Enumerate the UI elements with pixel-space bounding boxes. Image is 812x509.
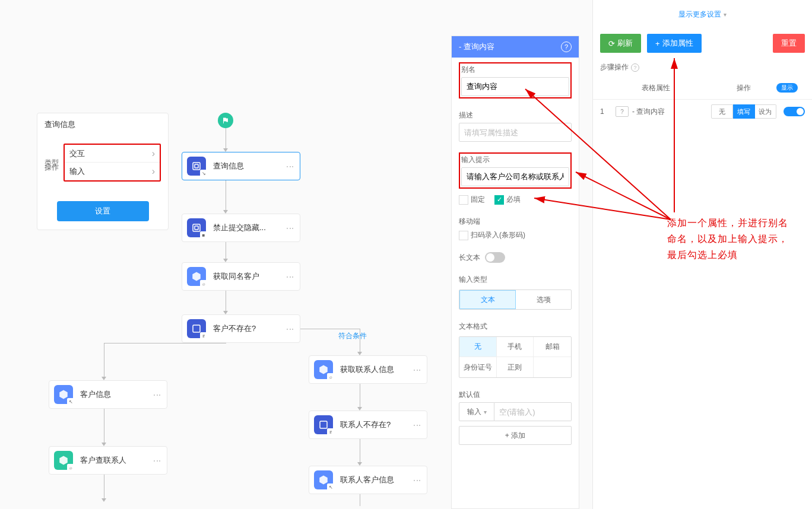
default-type-select[interactable]: 输入▾ [459, 402, 494, 421]
if-badge-icon: if [327, 428, 334, 435]
cube-icon: ⌕ [187, 267, 206, 286]
chevron-right-icon: › [152, 166, 155, 177]
op-select[interactable]: 输入 › [65, 163, 160, 180]
flow-node[interactable]: ↖ 客户信息 ⋮ [49, 380, 167, 409]
op-label: 操作 [45, 163, 64, 173]
help-icon[interactable]: ? [631, 63, 639, 72]
row-toggle[interactable] [784, 107, 805, 116]
op-none[interactable]: 无 [711, 104, 733, 119]
flow-node[interactable]: ⌕ 获取同名客户 ⋮ [182, 262, 300, 291]
node-label: 联系人客户信息 [340, 475, 394, 485]
flow-node[interactable]: ⌕ 客户查联系人 ⋮ [49, 446, 167, 475]
node-label: 获取联系人信息 [340, 364, 394, 375]
default-input[interactable] [494, 402, 572, 421]
alias-label: 别名 [461, 65, 569, 75]
more-icon[interactable]: ⋮ [413, 476, 422, 483]
flow-node[interactable]: ■ 禁止提交隐藏... ⋮ [182, 214, 300, 242]
mobile-label: 移动端 [459, 217, 572, 227]
reset-button[interactable]: 重置 [773, 34, 805, 53]
hint-label: 输入提示 [461, 155, 569, 165]
checkbox-icon [459, 231, 468, 240]
chevron-right-icon: › [152, 148, 155, 159]
format-phone[interactable]: 手机 [497, 337, 534, 357]
if-badge-icon: if [200, 332, 207, 339]
search-badge-icon: ⌕ [200, 280, 207, 287]
lock-badge-icon: ■ [200, 231, 207, 238]
setting-button[interactable]: 设置 [57, 201, 149, 221]
svg-rect-2 [193, 224, 200, 231]
format-label: 文本格式 [459, 322, 572, 332]
more-icon[interactable]: ⋮ [153, 457, 162, 464]
input-badge-icon: ↘ [200, 170, 207, 177]
query-panel-title: 查询信息 [37, 113, 168, 136]
svg-rect-0 [193, 163, 200, 170]
flow-node-query-info[interactable]: ↘ 查询信息 ⋮ [182, 152, 300, 180]
format-email[interactable]: 邮箱 [534, 337, 571, 357]
longtext-label: 长文本 [459, 253, 480, 263]
desc-label: 描述 [459, 110, 572, 120]
input-type-label: 输入类型 [459, 275, 572, 285]
flow-node[interactable]: ⌕ 获取联系人信息 ⋮ [309, 355, 427, 384]
flow-node-condition[interactable]: if 联系人不存在? ⋮ [309, 411, 427, 439]
prop-panel-header: - 查询内容 ? [452, 36, 579, 58]
cube-icon: ↖ [54, 385, 73, 404]
flag-icon [222, 117, 229, 124]
checkbox-checked-icon: ✓ [494, 195, 504, 205]
format-regex[interactable]: 正则 [497, 357, 534, 377]
required-checkbox[interactable]: ✓ 必填 [494, 195, 521, 205]
add-default-button[interactable]: + 添加 [459, 426, 572, 445]
checkbox-icon [459, 195, 468, 205]
svg-rect-1 [195, 164, 198, 168]
format-idcard[interactable]: 身份证号 [459, 357, 497, 377]
edge-label: 符合条件 [338, 331, 367, 341]
more-icon[interactable]: ⋮ [413, 421, 422, 428]
node-label: 客户信息 [80, 389, 111, 400]
format-none[interactable]: 无 [459, 337, 497, 357]
step-op-label: 步骤操作 ? [600, 62, 805, 72]
interaction-icon: ↘ [187, 157, 206, 176]
alias-input[interactable] [461, 77, 569, 96]
if-icon: if [314, 415, 333, 434]
chevron-down-icon: ▾ [724, 11, 727, 18]
cube-icon: ⌕ [314, 360, 333, 379]
more-settings-link[interactable]: 显示更多设置 ▾ [593, 0, 812, 29]
op-set[interactable]: 设为 [755, 104, 776, 119]
add-property-button[interactable]: + 添加属性 [647, 34, 702, 53]
desc-input[interactable] [459, 123, 572, 142]
more-icon[interactable]: ⋮ [286, 224, 295, 231]
more-icon[interactable]: ⋮ [286, 163, 295, 170]
op-fill[interactable]: 填写 [733, 104, 754, 119]
more-icon[interactable]: ⋮ [286, 325, 295, 332]
table-header: 表格属性 操作 显示 [593, 77, 812, 100]
flow-node[interactable]: ↖ 联系人客户信息 ⋮ [309, 466, 427, 494]
more-icon[interactable]: ⋮ [286, 273, 295, 280]
cube-icon: ⌕ [54, 451, 73, 470]
up-badge-icon: ↖ [67, 398, 74, 405]
type-select[interactable]: 交互 › [65, 145, 160, 163]
longtext-toggle[interactable] [485, 252, 505, 263]
properties-panel: - 查询内容 ? 别名 描述 输入提示 固定 ✓ 必填 移动 [451, 36, 579, 509]
cube-icon: ↖ [314, 470, 333, 489]
query-info-panel: 查询信息 类型 交互 › 输入 › 操作 设置 [37, 113, 169, 230]
fixed-checkbox[interactable]: 固定 [459, 195, 485, 205]
svg-rect-4 [193, 325, 200, 332]
input-type-option[interactable]: 选项 [516, 290, 571, 309]
refresh-button[interactable]: ⟳ 刷新 [600, 34, 641, 53]
table-row: 1 ? - 查询内容 无 填写 设为 [593, 100, 812, 123]
scan-checkbox[interactable]: 扫码录入(条形码) [459, 230, 572, 240]
hint-input[interactable] [461, 167, 569, 186]
question-icon: ? [616, 106, 629, 117]
node-label: 联系人不存在? [340, 419, 391, 430]
node-label: 客户不存在? [213, 323, 256, 334]
search-badge-icon: ⌕ [327, 373, 334, 380]
start-node[interactable] [218, 113, 233, 128]
flow-node-condition[interactable]: if 客户不存在? ⋮ [182, 314, 300, 343]
default-label: 默认值 [459, 390, 572, 400]
node-label: 禁止提交隐藏... [213, 222, 266, 233]
more-icon[interactable]: ⋮ [413, 366, 422, 373]
input-type-text[interactable]: 文本 [459, 290, 516, 309]
more-icon[interactable]: ⋮ [153, 391, 162, 398]
refresh-icon: ⟳ [608, 39, 615, 48]
plus-icon: + [655, 39, 660, 48]
help-icon[interactable]: ? [561, 42, 572, 52]
